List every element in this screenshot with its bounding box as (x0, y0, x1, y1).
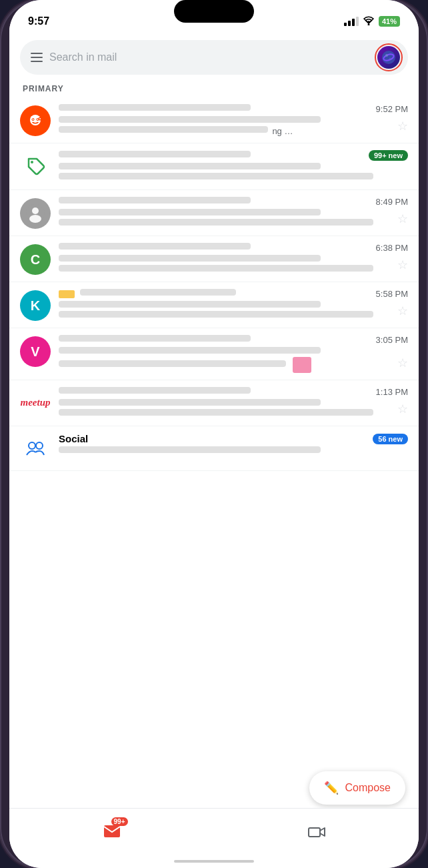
subject-blur-6 (59, 347, 321, 354)
search-placeholder[interactable]: Search in mail (49, 51, 368, 63)
phone-screen: 9:57 41% (9, 0, 419, 868)
star-icon-5[interactable]: ☆ (397, 304, 408, 318)
nav-mail[interactable]: 99+ (103, 821, 121, 843)
star-icon-7[interactable]: ☆ (397, 402, 408, 416)
nav-meet[interactable] (307, 823, 326, 841)
subject-blur-1 (59, 116, 321, 123)
preview-blur-7 (59, 409, 373, 416)
email-content-1: 9:52 PM ng … (59, 104, 408, 136)
bottom-nav: 99+ (9, 808, 419, 868)
sender-blur-6 (59, 335, 251, 342)
subject-blur-4 (59, 255, 321, 262)
video-icon (307, 823, 326, 841)
social-label: Social (59, 433, 88, 444)
home-indicator (174, 860, 254, 863)
star-icon-6[interactable]: ☆ (397, 356, 408, 370)
social-preview-blur (59, 446, 321, 453)
email-time-1: 9:52 PM (376, 104, 408, 114)
svg-point-17 (32, 207, 39, 214)
sender-blur-3 (59, 197, 251, 203)
email-top-row-6: 3:05 PM (59, 335, 408, 345)
svg-point-9 (33, 119, 34, 120)
signal-bar-2 (348, 21, 351, 26)
sender-blur-4 (59, 243, 251, 250)
email-content-2: 99+ new (59, 150, 408, 183)
svg-point-4 (389, 58, 391, 60)
svg-point-15 (31, 161, 33, 163)
email-time-3: 8:49 PM (376, 197, 408, 207)
sender-blur-7 (59, 387, 251, 394)
tag-icon-container (20, 150, 51, 181)
star-icon-1[interactable]: ☆ (397, 119, 408, 133)
notch (174, 0, 254, 23)
preview-blur-3 (59, 219, 373, 226)
email-item-v[interactable]: V 3:05 PM ☆ (9, 328, 419, 380)
sender-blur-5 (80, 289, 236, 296)
signal-bars (344, 17, 359, 26)
email-content-4: 6:38 PM (59, 243, 408, 275)
compose-label: Compose (345, 782, 391, 794)
svg-point-19 (29, 442, 35, 449)
signal-bar-3 (352, 19, 355, 26)
hamburger-line-3 (31, 61, 43, 62)
user-avatar[interactable] (375, 43, 403, 71)
email-time-7: 1:13 PM (376, 387, 408, 397)
preview-blur-5 (59, 311, 373, 318)
subject-blur-3 (59, 209, 321, 215)
preview-blur-6 (59, 360, 286, 367)
partial-text-1: ng … (272, 126, 293, 136)
c-avatar: C (20, 244, 51, 275)
meetup-logo: meetup (20, 387, 51, 418)
svg-point-0 (367, 23, 369, 25)
svg-point-18 (29, 215, 41, 223)
subject-blur-7 (59, 399, 321, 406)
email-item-tag[interactable]: 99+ new (9, 143, 419, 190)
phone-frame: 9:57 41% (0, 0, 428, 868)
star-icon-4[interactable]: ☆ (397, 258, 408, 272)
email-list-container: PRIMARY (9, 75, 419, 848)
yellow-badge-5 (59, 290, 75, 298)
sender-blur-2 (59, 151, 251, 157)
battery-indicator: 41% (379, 16, 400, 27)
preview-blur-2 (59, 173, 373, 179)
svg-point-14 (39, 118, 41, 119)
k-avatar: K (20, 290, 51, 321)
email-top-row-2: 99+ new (59, 150, 408, 161)
mail-badge: 99+ (111, 817, 128, 826)
person-avatar (20, 198, 51, 229)
preview-blur-4 (59, 265, 373, 272)
email-item-c[interactable]: C 6:38 PM ☆ (9, 236, 419, 282)
wifi-icon (363, 16, 375, 27)
email-item-k[interactable]: K 5:58 PM ☆ (9, 282, 419, 328)
email-content-5: 5:58 PM (59, 289, 408, 321)
status-icons: 41% (344, 16, 400, 27)
email-content-6: 3:05 PM (59, 335, 408, 373)
reddit-avatar (20, 105, 51, 136)
email-item-reddit[interactable]: 9:52 PM ng … ☆ (9, 97, 419, 143)
social-top-row: Social 56 new (59, 433, 408, 444)
pink-square-6 (293, 357, 311, 373)
svg-point-3 (385, 54, 388, 57)
status-time: 9:57 (28, 15, 49, 27)
subject-blur-5 (59, 301, 321, 308)
preview-blur-1 (59, 126, 268, 133)
signal-bar-1 (344, 23, 347, 26)
svg-rect-22 (309, 828, 320, 837)
subject-blur-2 (59, 163, 321, 169)
avatar-inner (377, 46, 400, 69)
sender-blur-1 (59, 104, 251, 111)
menu-icon[interactable] (31, 53, 43, 62)
email-item-person[interactable]: 8:49 PM ☆ (9, 190, 419, 236)
email-top-row-1: 9:52 PM (59, 104, 408, 114)
svg-point-20 (36, 442, 43, 449)
email-item-meetup[interactable]: meetup 1:13 PM ☆ (9, 380, 419, 426)
compose-icon: ✏️ (324, 781, 339, 795)
email-content-7: 1:13 PM (59, 387, 408, 419)
social-section-item[interactable]: Social 56 new (9, 426, 419, 471)
star-icon-3[interactable]: ☆ (397, 211, 408, 226)
email-top-row-4: 6:38 PM (59, 243, 408, 253)
compose-button[interactable]: ✏️ Compose (309, 771, 405, 805)
search-bar[interactable]: Search in mail (20, 40, 408, 75)
email-top-row-7: 1:13 PM (59, 387, 408, 397)
v-avatar: V (20, 336, 51, 367)
